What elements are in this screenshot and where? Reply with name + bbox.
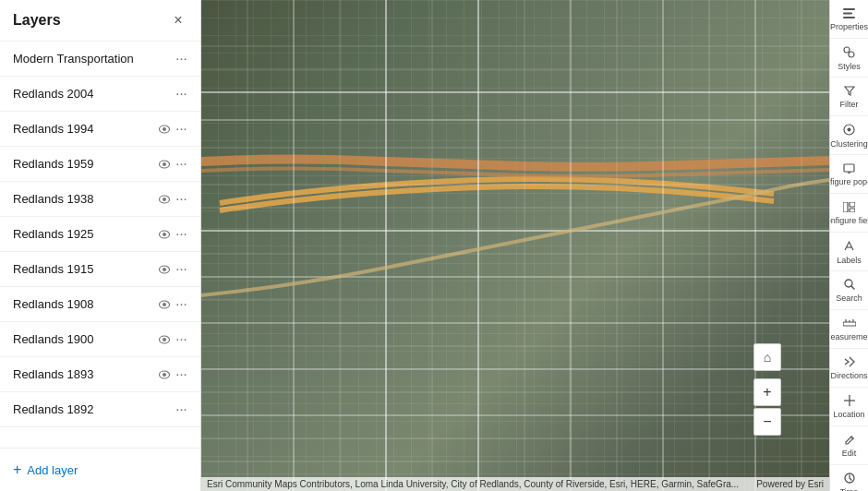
eye-icon[interactable] [158, 125, 171, 134]
properties-icon [843, 8, 855, 20]
toolbar-item-search[interactable]: Search [830, 271, 868, 310]
toolbar-item-time[interactable]: Time [830, 465, 868, 491]
svg-rect-49 [843, 17, 855, 18]
layer-icons: ··· [158, 194, 187, 205]
layer-name: Redlands 1908 [13, 297, 158, 311]
layer-item: Redlands 1938··· [0, 182, 200, 217]
toolbar-item-filter[interactable]: Filter [830, 78, 868, 116]
eye-icon[interactable] [158, 195, 171, 204]
more-options-icon[interactable]: ··· [176, 89, 187, 100]
layer-icons: ··· [158, 299, 187, 310]
eye-icon[interactable] [158, 265, 171, 274]
layers-panel: Layers × Modern Transportation···Redland… [0, 0, 201, 491]
toolbar-item-clustering[interactable]: Clustering [830, 116, 868, 155]
toolbar-item-configure-popups[interactable]: Configure pop-ups [830, 155, 868, 194]
svg-rect-56 [850, 202, 855, 207]
clustering-label: Clustering [830, 139, 868, 150]
map-background [201, 0, 829, 491]
map-controls: ⌂ + − [753, 343, 781, 436]
more-options-icon[interactable]: ··· [176, 159, 187, 170]
layer-name: Redlands 1892 [13, 402, 176, 416]
layer-item: Redlands 2004··· [0, 77, 200, 112]
location-label: Location [833, 410, 864, 420]
directions-label: Directions [831, 371, 868, 381]
toolbar-item-styles[interactable]: Styles [830, 39, 868, 78]
configure-fields-icon [843, 202, 855, 214]
layer-icons: ··· [176, 54, 187, 65]
right-toolbar: PropertiesStylesFilterClusteringConfigur… [829, 0, 868, 491]
eye-icon[interactable] [158, 335, 171, 344]
clustering-icon [843, 124, 855, 138]
toolbar-item-directions[interactable]: Directions [830, 349, 868, 388]
eye-icon[interactable] [158, 160, 171, 169]
attribution-text: Esri Community Maps Contributors, Loma L… [207, 479, 739, 489]
layer-name: Redlands 1893 [13, 367, 158, 381]
location-icon [844, 395, 855, 408]
layer-icons: ··· [176, 89, 187, 100]
close-button[interactable]: × [169, 11, 187, 30]
layer-name: Redlands 1959 [13, 157, 158, 171]
more-options-icon[interactable]: ··· [176, 299, 187, 310]
more-options-icon[interactable]: ··· [176, 404, 187, 415]
svg-rect-54 [844, 164, 854, 172]
measurement-label: Measurement [829, 332, 868, 342]
home-button[interactable]: ⌂ [753, 343, 781, 371]
layer-name: Redlands 1925 [13, 227, 158, 241]
more-options-icon[interactable]: ··· [176, 334, 187, 345]
eye-icon[interactable] [158, 230, 171, 239]
svg-point-51 [849, 52, 854, 57]
labels-icon [843, 240, 855, 254]
svg-rect-57 [850, 209, 855, 212]
eye-icon[interactable] [158, 300, 171, 309]
svg-line-60 [851, 286, 854, 289]
layer-icons: ··· [158, 369, 187, 380]
svg-point-5 [163, 198, 166, 201]
svg-point-1 [163, 127, 166, 131]
toolbar-item-configure-fields[interactable]: Configure fields [830, 194, 868, 233]
labels-label: Labels [837, 256, 862, 266]
more-options-icon[interactable]: ··· [176, 229, 187, 240]
layer-name: Redlands 2004 [13, 87, 176, 101]
more-options-icon[interactable]: ··· [176, 194, 187, 205]
zoom-out-button[interactable]: − [753, 408, 781, 436]
layer-item: Redlands 1908··· [0, 287, 200, 322]
more-options-icon[interactable]: ··· [176, 264, 187, 275]
filter-icon [844, 86, 855, 98]
panel-title: Layers [13, 12, 61, 29]
layer-item: Redlands 1925··· [0, 217, 200, 252]
zoom-in-button[interactable]: + [753, 378, 781, 406]
powered-by-text: Powered by Esri [756, 479, 824, 489]
toolbar-item-properties[interactable]: Properties [830, 0, 868, 39]
toolbar-item-edit[interactable]: Edit [830, 426, 868, 465]
directions-icon [844, 356, 855, 369]
configure-fields-label: Configure fields [829, 216, 868, 226]
toolbar-item-location[interactable]: Location [830, 388, 868, 426]
styles-label: Styles [838, 62, 861, 72]
layer-item: Modern Transportation··· [0, 42, 200, 77]
svg-point-13 [163, 338, 166, 341]
map-attribution: Esri Community Maps Contributors, Loma L… [201, 477, 829, 491]
layer-icons: ··· [158, 124, 187, 135]
toolbar-item-measurement[interactable]: Measurement [830, 310, 868, 349]
svg-point-3 [163, 162, 166, 166]
layer-item: Redlands 1959··· [0, 147, 200, 182]
svg-rect-61 [843, 322, 856, 326]
layers-list: Modern Transportation···Redlands 2004···… [0, 42, 200, 448]
layer-item: Redlands 1900··· [0, 322, 200, 357]
layer-icons: ··· [158, 334, 187, 345]
add-layer-button[interactable]: + Add layer [13, 458, 78, 482]
svg-point-15 [163, 373, 166, 377]
toolbar-item-labels[interactable]: Labels [830, 233, 868, 271]
more-options-icon[interactable]: ··· [176, 369, 187, 380]
more-options-icon[interactable]: ··· [176, 54, 187, 65]
map-area[interactable]: ⌂ + − Esri Community Maps Contributors, … [201, 0, 829, 491]
layer-name: Redlands 1938 [13, 192, 158, 206]
svg-point-9 [163, 268, 166, 271]
eye-icon[interactable] [158, 370, 171, 379]
layer-icons: ··· [158, 159, 187, 170]
filter-label: Filter [840, 100, 859, 110]
map-roads [201, 0, 829, 491]
properties-label: Properties [830, 22, 868, 32]
plus-icon: + [13, 461, 21, 478]
more-options-icon[interactable]: ··· [176, 124, 187, 135]
